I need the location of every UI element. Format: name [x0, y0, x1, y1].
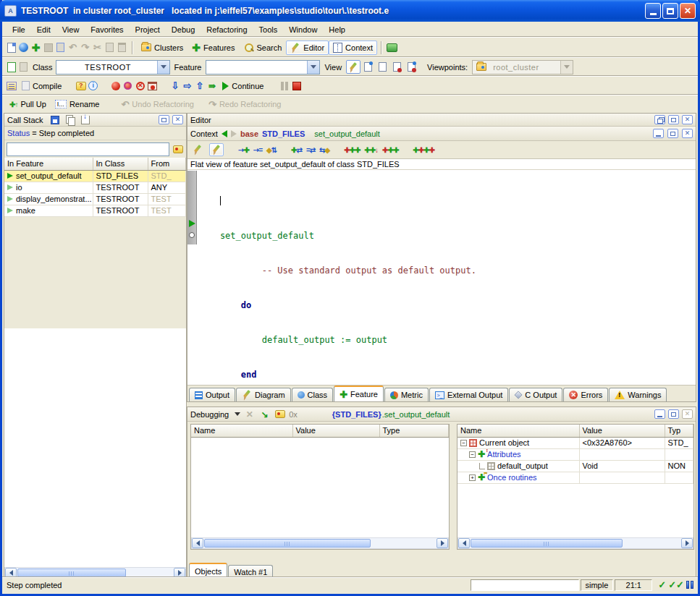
tab-diagram[interactable]: Diagram: [236, 388, 291, 401]
view-interface-button[interactable]: [404, 60, 418, 74]
menu-debug[interactable]: Debug: [166, 23, 201, 36]
close-button[interactable]: ✕: [680, 3, 696, 19]
maximize-panel-button[interactable]: [667, 129, 678, 138]
step-into-icon[interactable]: ⇩: [169, 80, 181, 92]
run-to-cursor-icon[interactable]: ⇛: [206, 80, 218, 92]
stack-depth-icon[interactable]: [172, 143, 184, 155]
compile-button[interactable]: Compile: [17, 79, 66, 93]
breakpoint-gutter[interactable]: [187, 171, 197, 244]
minimize-panel-button[interactable]: [653, 129, 664, 138]
maximize-panel-button[interactable]: [159, 115, 169, 124]
code-line[interactable]: [199, 195, 696, 207]
homonyms-icon[interactable]: ✚✚✚: [382, 146, 398, 154]
menu-favorites[interactable]: Favorites: [85, 23, 129, 36]
debug-context-class[interactable]: {STD_FILES}: [332, 410, 381, 419]
menu-file[interactable]: File: [7, 23, 31, 36]
view-clickable-button[interactable]: [360, 60, 375, 74]
show-assigners-icon[interactable]: ⇢=: [253, 146, 262, 154]
send-to-icon[interactable]: [5, 61, 17, 73]
scroll-left-button[interactable]: [5, 568, 17, 578]
table-row[interactable]: −Current object <0x32A8760> STD_: [457, 437, 693, 448]
tab-c-output[interactable]: C Output: [509, 388, 562, 401]
debug-context-feature[interactable]: .set_output_default: [382, 410, 450, 419]
tab-class[interactable]: Class: [292, 388, 334, 401]
col-name[interactable]: Name: [457, 425, 579, 437]
pull-up-button[interactable]: ✚↑Pull Up: [5, 98, 51, 111]
editor-toggle-button[interactable]: Editor: [286, 41, 329, 55]
tab-objects[interactable]: Objects: [189, 563, 227, 579]
goto-object-icon[interactable]: ↘: [258, 409, 271, 420]
view-editable-button[interactable]: [346, 60, 360, 74]
scroll-right-button[interactable]: [437, 538, 448, 548]
enable-breakpoints-icon[interactable]: [109, 80, 122, 92]
copy-stack-icon[interactable]: [64, 114, 77, 126]
menu-help[interactable]: Help: [323, 23, 351, 36]
tab-metric[interactable]: Metric: [384, 388, 429, 401]
scroll-left-button[interactable]: [192, 538, 203, 548]
maximize-button[interactable]: [662, 3, 678, 19]
view-flat-button[interactable]: [375, 60, 389, 74]
scroll-thumb[interactable]: [17, 569, 126, 577]
code-line[interactable]: set_output_default: [199, 230, 696, 242]
col-type[interactable]: Type: [379, 425, 449, 437]
expand-icon[interactable]: +: [469, 474, 476, 481]
close-panel-button[interactable]: ✕: [682, 115, 693, 124]
show-callees-icon[interactable]: ✚⇄: [291, 146, 302, 154]
code-line[interactable]: do: [199, 299, 696, 311]
new-feature-button[interactable]: [209, 143, 224, 156]
minimize-panel-button[interactable]: [654, 409, 665, 419]
menu-view[interactable]: View: [56, 23, 85, 36]
import-stack-icon[interactable]: [80, 114, 92, 126]
context-feature[interactable]: set_output_default: [314, 129, 380, 138]
view-contract-button[interactable]: [389, 60, 404, 74]
show-callers-icon[interactable]: ⇢✚: [238, 146, 249, 154]
remove-breakpoints-icon[interactable]: ✕: [134, 80, 146, 92]
stop-icon[interactable]: [290, 80, 303, 92]
context-class[interactable]: STD_FILES: [262, 129, 305, 138]
chevron-down-icon[interactable]: [157, 61, 169, 74]
col-value[interactable]: Value: [579, 425, 665, 437]
chevron-down-icon[interactable]: [307, 61, 319, 74]
show-created-icon[interactable]: ⇆◆: [319, 146, 329, 154]
collapse-icon[interactable]: −: [460, 440, 467, 446]
maximize-panel-button[interactable]: [668, 409, 679, 419]
show-assignees-icon[interactable]: =⇄: [306, 146, 315, 154]
scroll-thumb[interactable]: [204, 539, 371, 548]
class-combobox[interactable]: TESTROOT: [56, 60, 170, 74]
table-row[interactable]: −✚!Attributes: [457, 448, 693, 460]
open-icon[interactable]: [17, 42, 30, 54]
menu-window[interactable]: Window: [283, 23, 323, 36]
col-value[interactable]: Value: [292, 425, 379, 437]
new-window-icon[interactable]: [5, 42, 17, 54]
step-over-icon[interactable]: ⇨: [181, 80, 193, 92]
objects-hscrollbar[interactable]: [457, 537, 693, 549]
table-row[interactable]: set_output_default STD_FILES STD_: [4, 170, 186, 182]
chevron-down-icon[interactable]: [235, 412, 240, 416]
watch-bubble-icon[interactable]: [274, 409, 286, 420]
code-line[interactable]: default_output := output: [199, 334, 696, 346]
table-row[interactable]: io TESTROOT ANY: [4, 182, 186, 193]
external-editor-icon[interactable]: [386, 42, 398, 54]
show-breakpoints-icon[interactable]: [146, 80, 159, 92]
col-name[interactable]: Name: [191, 425, 292, 437]
scroll-thumb[interactable]: [471, 539, 623, 548]
menu-refactoring[interactable]: Refactoring: [201, 23, 253, 36]
scroll-right-button[interactable]: [174, 568, 185, 578]
col-in-feature[interactable]: In Feature: [4, 158, 93, 170]
table-row[interactable]: make TESTROOT TEST: [4, 205, 186, 216]
show-creators-icon[interactable]: ◆⇅: [266, 146, 277, 154]
clusters-button[interactable]: Clusters: [137, 41, 187, 54]
maximize-panel-button[interactable]: [668, 115, 679, 124]
features-button[interactable]: ✚Features: [187, 40, 239, 56]
col-in-class[interactable]: In Class: [93, 158, 148, 170]
tab-external-output[interactable]: >_External Output: [429, 388, 508, 401]
scroll-right-button[interactable]: [681, 538, 693, 548]
menu-project[interactable]: Project: [130, 23, 166, 36]
breakpoint-slot-icon[interactable]: [189, 232, 195, 238]
menu-edit[interactable]: Edit: [31, 23, 56, 36]
save-stack-icon[interactable]: [49, 114, 62, 126]
code-line[interactable]: end: [199, 369, 696, 380]
settings-icon[interactable]: [5, 80, 17, 92]
code-text[interactable]: set_output_default -- Use standard outpu…: [199, 172, 696, 385]
code-line[interactable]: -- Use standard output as default output…: [199, 265, 696, 276]
